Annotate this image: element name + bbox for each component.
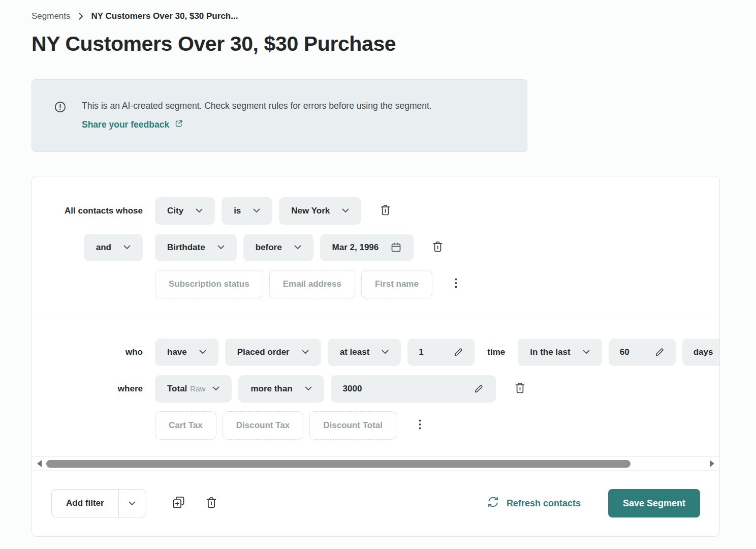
breadcrumb: Segments NY Customers Over 30, $30 Purch… (32, 11, 756, 21)
scroll-left-arrow-icon[interactable] (37, 460, 42, 467)
connector-dropdown[interactable]: and (84, 234, 143, 261)
duplicate-icon (172, 496, 185, 511)
calendar-icon (391, 242, 401, 253)
chevron-down-icon (123, 245, 131, 250)
chevron-down-icon (196, 208, 203, 213)
banner-message: This is an AI-created segment. Check seg… (82, 101, 432, 112)
card-toolbar: Add filter Refresh contacts Save Segment (32, 471, 719, 536)
chevron-down-icon (129, 500, 136, 507)
order-property-row: where Total Raw more than 3000 (32, 375, 719, 403)
chevron-down-icon (199, 350, 206, 354)
count-unit-label: time (487, 347, 505, 357)
ai-segment-banner: This is an AI-created segment. Check seg… (32, 79, 527, 152)
segment-rules-card: All contacts whose City is New York (32, 176, 720, 537)
breadcrumb-segments-link[interactable]: Segments (32, 11, 71, 21)
order-suggestions-row: Cart Tax Discount Tax Discount Total (32, 411, 719, 440)
birthdate-value-picker[interactable]: Mar 2, 1996 (320, 234, 414, 261)
where-label: where (118, 384, 143, 394)
external-link-icon (175, 119, 183, 130)
delete-property-condition-button[interactable] (512, 379, 528, 399)
suggestion-chip-subscription-status[interactable]: Subscription status (155, 270, 263, 298)
suggestion-chip-discount-total[interactable]: Discount Total (309, 411, 396, 440)
suggestion-chip-first-name[interactable]: First name (361, 270, 432, 298)
trash-icon (206, 497, 217, 510)
property-field-dropdown[interactable]: Total Raw (155, 375, 232, 403)
add-filter-button[interactable]: Add filter (52, 490, 118, 517)
refresh-contacts-label: Refresh contacts (507, 498, 581, 509)
event-verb-dropdown[interactable]: have (155, 339, 218, 366)
chevron-down-icon (302, 350, 309, 354)
save-segment-button[interactable]: Save Segment (608, 489, 700, 517)
trash-icon (380, 204, 391, 218)
page-title: NY Customers Over 30, $30 Purchase (32, 32, 756, 56)
time-window-value-input[interactable]: 60 (609, 339, 676, 366)
count-operator-dropdown[interactable]: at least (328, 339, 401, 366)
refresh-contacts-button[interactable]: Refresh contacts (484, 496, 584, 511)
city-field-dropdown[interactable]: City (155, 197, 215, 225)
chevron-down-icon (212, 386, 219, 391)
delete-group-button[interactable] (203, 494, 220, 513)
scrollbar-thumb[interactable] (46, 460, 631, 468)
duplicate-group-button[interactable] (169, 493, 188, 514)
delete-city-condition-button[interactable] (377, 201, 394, 221)
birthdate-operator-dropdown[interactable]: before (243, 234, 313, 261)
trash-icon (432, 241, 443, 254)
segment-rules: All contacts whose City is New York (32, 176, 719, 456)
add-filter-split-button: Add filter (51, 489, 146, 517)
count-value-input[interactable]: 1 (407, 339, 475, 366)
group-divider (32, 318, 719, 318)
info-icon (54, 101, 66, 130)
pencil-icon (453, 347, 463, 357)
chevron-down-icon (583, 350, 590, 354)
share-feedback-label: Share your feedback (82, 119, 169, 130)
breadcrumb-current: NY Customers Over 30, $30 Purch... (91, 11, 238, 21)
refresh-icon (487, 496, 499, 510)
birthdate-field-dropdown[interactable]: Birthdate (155, 234, 237, 261)
chevron-down-icon (253, 208, 260, 213)
order-event-row: who have Placed order at least (32, 339, 719, 366)
add-filter-chevron-button[interactable] (118, 490, 146, 517)
more-suggestions-button[interactable] (415, 415, 425, 435)
property-operator-dropdown[interactable]: more than (238, 375, 324, 403)
time-window-unit-dropdown[interactable]: days (682, 339, 719, 366)
scroll-right-arrow-icon[interactable] (710, 460, 714, 467)
chevron-down-icon (294, 245, 301, 250)
delete-birthdate-condition-button[interactable] (429, 238, 446, 257)
property-modifier-label: Raw (190, 384, 205, 393)
trash-icon (515, 382, 525, 395)
suggestion-chip-email-address[interactable]: Email address (269, 270, 355, 298)
rule-prefix-label: All contacts whose (65, 206, 143, 216)
property-value-input[interactable]: 3000 (331, 375, 496, 403)
chevron-right-icon (79, 13, 83, 20)
city-value-dropdown[interactable]: New York (279, 197, 361, 225)
contact-condition-row-city: All contacts whose City is New York (32, 197, 719, 225)
who-label: who (125, 347, 143, 357)
city-operator-dropdown[interactable]: is (222, 197, 272, 225)
chevron-down-icon (382, 350, 389, 354)
segment-editor-page: Segments NY Customers Over 30, $30 Purch… (0, 0, 756, 537)
share-feedback-link[interactable]: Share your feedback (82, 119, 183, 130)
more-suggestions-button[interactable] (451, 274, 461, 294)
chevron-down-icon (217, 245, 225, 250)
chevron-down-icon (342, 208, 349, 213)
contact-suggestions-row: Subscription status Email address First … (32, 270, 719, 298)
kebab-menu-icon (455, 278, 457, 290)
pencil-icon (474, 384, 484, 394)
suggestion-chip-discount-tax[interactable]: Discount Tax (223, 411, 303, 440)
banner-body: This is an AI-created segment. Check seg… (82, 101, 432, 130)
suggestion-chip-cart-tax[interactable]: Cart Tax (155, 411, 216, 440)
chevron-down-icon (305, 386, 312, 391)
pencil-icon (654, 347, 665, 357)
contact-condition-row-birthdate: and Birthdate before Mar 2, 1996 (32, 234, 719, 261)
kebab-menu-icon (419, 419, 421, 431)
horizontal-scrollbar (32, 456, 719, 471)
event-type-dropdown[interactable]: Placed order (225, 339, 321, 366)
time-window-operator-dropdown[interactable]: in the last (518, 339, 602, 366)
